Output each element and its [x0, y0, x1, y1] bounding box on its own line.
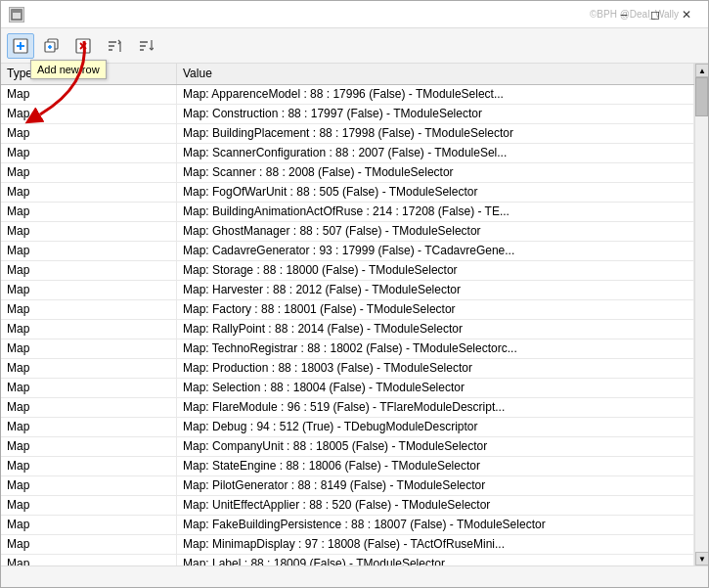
- table-row[interactable]: MapMap: Factory : 88 : 18001 (False) - T…: [1, 300, 694, 320]
- cell-value: Map: UnitEffectApplier : 88 : 520 (False…: [177, 496, 694, 515]
- cell-value: Map: Scanner : 88 : 2008 (False) - TModu…: [177, 163, 694, 182]
- cell-type: Map: [1, 398, 177, 417]
- cell-value: Map: Label : 88 : 18009 (False) - TModul…: [177, 555, 694, 565]
- table-row[interactable]: MapMap: UnitEffectApplier : 88 : 520 (Fa…: [1, 496, 694, 516]
- table-row[interactable]: MapMap: Storage : 88 : 18000 (False) - T…: [1, 261, 694, 281]
- cell-type: Map: [1, 261, 177, 280]
- cell-type: Map: [1, 222, 177, 241]
- scroll-up-button[interactable]: ▲: [695, 64, 708, 77]
- content-area: Type Value MapMap: ApparenceModel : 88 :…: [1, 64, 708, 565]
- cell-type: Map: [1, 105, 177, 123]
- cell-type: Map: [1, 418, 177, 436]
- cell-value: Map: ApparenceModel : 88 : 17996 (False)…: [177, 85, 694, 104]
- sort-desc-button[interactable]: [132, 33, 159, 59]
- cell-value: Map: Construction : 88 : 17997 (False) -…: [177, 105, 694, 123]
- cell-value: Map: Harvester : 88 : 2012 (False) - TMo…: [177, 281, 694, 299]
- sort-asc-button[interactable]: [101, 33, 128, 59]
- table-row[interactable]: MapMap: Label : 88 : 18009 (False) - TMo…: [1, 555, 694, 565]
- cell-type: Map: [1, 457, 177, 475]
- cell-type: Map: [1, 124, 177, 143]
- table-row[interactable]: MapMap: Selection : 88 : 18004 (False) -…: [1, 379, 694, 398]
- cell-type: Map: [1, 242, 177, 260]
- cell-value: Map: FlareModule : 96 : 519 (False) - TF…: [177, 398, 694, 417]
- scrollbar[interactable]: ▲ ▼: [694, 64, 708, 565]
- cell-value: Map: Debug : 94 : 512 (True) - TDebugMod…: [177, 418, 694, 436]
- table-row[interactable]: MapMap: Debug : 94 : 512 (True) - TDebug…: [1, 418, 694, 437]
- cell-value: Map: Factory : 88 : 18001 (False) - TMod…: [177, 300, 694, 319]
- table-row[interactable]: MapMap: ScannerConfiguration : 88 : 2007…: [1, 144, 694, 163]
- cell-value: Map: Production : 88 : 18003 (False) - T…: [177, 359, 694, 378]
- cell-type: Map: [1, 281, 177, 299]
- table-row[interactable]: MapMap: GhostManager : 88 : 507 (False) …: [1, 222, 694, 242]
- table-row[interactable]: MapMap: CadavreGenerator : 93 : 17999 (F…: [1, 242, 694, 261]
- window-icon: [9, 7, 24, 23]
- cell-value: Map: GhostManager : 88 : 507 (False) - T…: [177, 222, 694, 241]
- cell-value: Map: Storage : 88 : 18000 (False) - TMod…: [177, 261, 694, 280]
- table-row[interactable]: MapMap: FakeBuildingPersistence : 88 : 1…: [1, 516, 694, 535]
- table-row[interactable]: MapMap: BuildingAnimationActOfRuse : 214…: [1, 203, 694, 222]
- cell-value: Map: PilotGenerator : 88 : 8149 (False) …: [177, 476, 694, 495]
- cell-type: Map: [1, 339, 177, 358]
- cell-value: Map: FakeBuildingPersistence : 88 : 1800…: [177, 516, 694, 534]
- maximize-button[interactable]: ◻: [642, 4, 669, 25]
- cell-type: Map: [1, 144, 177, 162]
- minimize-button[interactable]: –: [610, 4, 638, 25]
- table-container: Type Value MapMap: ApparenceModel : 88 :…: [1, 64, 694, 565]
- table-body[interactable]: MapMap: ApparenceModel : 88 : 17996 (Fal…: [1, 85, 694, 565]
- table-row[interactable]: MapMap: Scanner : 88 : 2008 (False) - TM…: [1, 163, 694, 183]
- table-row[interactable]: MapMap: ApparenceModel : 88 : 17996 (Fal…: [1, 85, 694, 105]
- cell-value: Map: MinimapDisplay : 97 : 18008 (False)…: [177, 535, 694, 554]
- cell-value: Map: CadavreGenerator : 93 : 17999 (Fals…: [177, 242, 694, 260]
- cell-type: Map: [1, 163, 177, 182]
- table-row[interactable]: MapMap: PilotGenerator : 88 : 8149 (Fals…: [1, 476, 694, 496]
- table-row[interactable]: MapMap: CompanyUnit : 88 : 18005 (False)…: [1, 437, 694, 457]
- cell-type: Map: [1, 379, 177, 397]
- cell-value: Map: Selection : 88 : 18004 (False) - TM…: [177, 379, 694, 397]
- cell-value: Map: TechnoRegistrar : 88 : 18002 (False…: [177, 339, 694, 358]
- title-bar: ©BPH @Deal_Wally – ◻ ✕: [1, 1, 708, 28]
- table-row[interactable]: MapMap: BuildingPlacement : 88 : 17998 (…: [1, 124, 694, 144]
- column-header-value: Value: [177, 64, 694, 84]
- cell-type: Map: [1, 555, 177, 565]
- table-row[interactable]: MapMap: RallyPoint : 88 : 2014 (False) -…: [1, 320, 694, 339]
- title-bar-controls: – ◻ ✕: [610, 4, 700, 25]
- title-bar-left: [9, 7, 24, 23]
- main-window: ©BPH @Deal_Wally – ◻ ✕: [0, 0, 709, 588]
- duplicate-button[interactable]: [38, 33, 66, 59]
- scroll-track[interactable]: [695, 77, 708, 552]
- svg-rect-1: [12, 10, 22, 13]
- table-row[interactable]: MapMap: FogOfWarUnit : 88 : 505 (False) …: [1, 183, 694, 203]
- cell-type: Map: [1, 437, 177, 456]
- cell-type: Map: [1, 300, 177, 319]
- table-row[interactable]: MapMap: TechnoRegistrar : 88 : 18002 (Fa…: [1, 339, 694, 359]
- table-row[interactable]: MapMap: StateEngine : 88 : 18006 (False)…: [1, 457, 694, 476]
- toolbar: Add new row: [1, 28, 708, 64]
- table-row[interactable]: MapMap: Production : 88 : 18003 (False) …: [1, 359, 694, 379]
- status-bar: [1, 565, 708, 587]
- cell-value: Map: BuildingPlacement : 88 : 17998 (Fal…: [177, 124, 694, 143]
- cell-value: Map: FogOfWarUnit : 88 : 505 (False) - T…: [177, 183, 694, 202]
- add-row-button[interactable]: [7, 33, 34, 59]
- cell-type: Map: [1, 496, 177, 515]
- table-row[interactable]: MapMap: Harvester : 88 : 2012 (False) - …: [1, 281, 694, 300]
- table-row[interactable]: MapMap: MinimapDisplay : 97 : 18008 (Fal…: [1, 535, 694, 555]
- cell-type: Map: [1, 203, 177, 221]
- cell-value: Map: RallyPoint : 88 : 2014 (False) - TM…: [177, 320, 694, 339]
- cell-value: Map: CompanyUnit : 88 : 18005 (False) - …: [177, 437, 694, 456]
- cell-type: Map: [1, 183, 177, 202]
- close-button[interactable]: ✕: [673, 4, 700, 25]
- table-row[interactable]: MapMap: FlareModule : 96 : 519 (False) -…: [1, 398, 694, 418]
- cell-type: Map: [1, 359, 177, 378]
- cell-type: Map: [1, 516, 177, 534]
- cell-type: Map: [1, 85, 177, 104]
- scroll-down-button[interactable]: ▼: [695, 552, 708, 565]
- tooltip: Add new row: [30, 60, 107, 79]
- cell-type: Map: [1, 320, 177, 339]
- cell-type: Map: [1, 535, 177, 554]
- delete-button[interactable]: [69, 33, 97, 59]
- scroll-thumb[interactable]: [695, 77, 708, 116]
- cell-value: Map: BuildingAnimationActOfRuse : 214 : …: [177, 203, 694, 221]
- table-row[interactable]: MapMap: Construction : 88 : 17997 (False…: [1, 105, 694, 124]
- cell-value: Map: StateEngine : 88 : 18006 (False) - …: [177, 457, 694, 475]
- cell-value: Map: ScannerConfiguration : 88 : 2007 (F…: [177, 144, 694, 162]
